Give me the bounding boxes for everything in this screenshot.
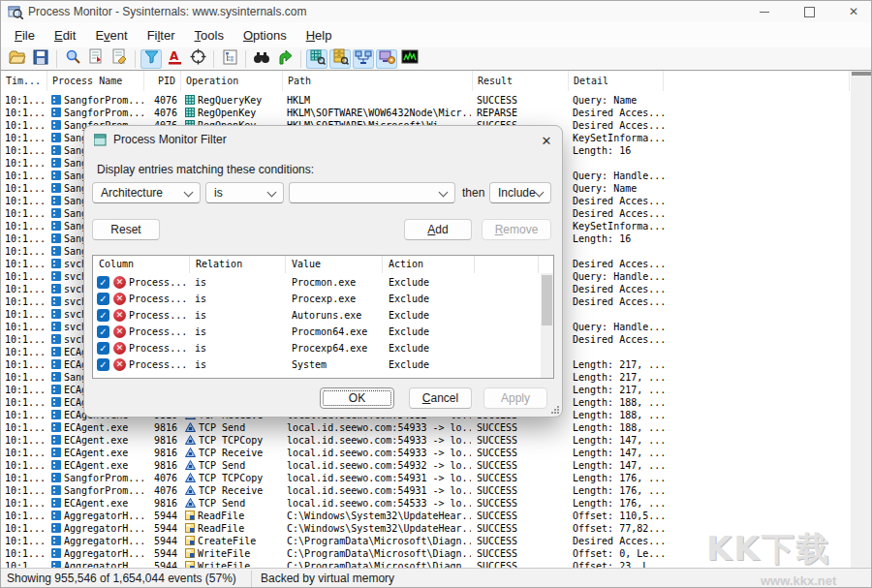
rule-checkbox[interactable]: ✓ [97, 342, 109, 355]
vertical-scrollbar[interactable] [851, 71, 872, 568]
filter-rule-row[interactable]: ✓✕Process...isAutoruns.exeExclude [93, 307, 539, 324]
event-time: 10:1... [5, 207, 47, 220]
event-time: 10:1... [5, 472, 47, 484]
filter-rules-list[interactable]: ColumnRelationValueAction✓✕Process...isP… [92, 255, 554, 379]
event-path: C:\ProgramData\Microsoft\Diagn... [287, 547, 471, 560]
maximize-button[interactable] [787, 1, 831, 22]
filter-column-header-relation[interactable]: Relation [190, 256, 286, 273]
menu-tools[interactable]: Tools [185, 25, 234, 46]
rule-checkbox[interactable]: ✓ [97, 325, 109, 338]
close-button[interactable]: ✕ [831, 1, 872, 22]
event-path: C:\ProgramData\Microsoft\Diagn... [287, 535, 471, 547]
menu-help[interactable]: Help [296, 25, 342, 46]
rule-checkbox[interactable]: ✓ [97, 293, 109, 305]
event-row[interactable]: 10:1...ECAgent.exe9816TCP Sendlocal.id.s… [1, 497, 850, 510]
column-dropdown-value: Architecture [101, 186, 163, 200]
action-dropdown[interactable]: Include [489, 182, 551, 203]
find-button[interactable] [251, 49, 272, 69]
column-header-pid[interactable]: PID [144, 71, 181, 91]
open-button[interactable] [7, 49, 28, 69]
filter-rule-row[interactable]: ✓✕Process...isProcexp.exeExclude [93, 291, 539, 307]
include-process-from-window-button[interactable] [187, 49, 208, 69]
toolbar-separator [135, 50, 136, 68]
event-row[interactable]: 10:1...ECAgent.exe9816TCP Receivelocal.i… [1, 447, 850, 459]
rule-checkbox[interactable]: ✓ [97, 309, 109, 322]
save-button[interactable] [30, 49, 51, 69]
event-time: 10:1... [5, 119, 47, 132]
then-label: then [462, 186, 484, 200]
column-header-path[interactable]: Path [283, 71, 473, 91]
event-row[interactable]: 10:1...AggregatorH...5944ReadFileC:\Wind… [1, 510, 850, 522]
menu-options[interactable]: Options [234, 25, 296, 46]
add-button[interactable]: Add [404, 219, 472, 240]
event-row[interactable]: 10:1...SangforProm...4076TCP TCPCopyloca… [1, 472, 850, 484]
filter-column-header-action[interactable]: Action [383, 256, 475, 273]
jump-to-button[interactable] [274, 49, 296, 69]
remove-button[interactable]: Remove [482, 219, 551, 240]
reset-button[interactable]: Reset [92, 219, 160, 240]
autoscroll-button[interactable] [85, 49, 107, 69]
app-icon [51, 561, 61, 568]
filter-button[interactable] [140, 49, 162, 69]
event-row[interactable]: 10:1...ECAgent.exe9816TCP TCPCopylocal.i… [1, 434, 850, 447]
scrollbar-thumb[interactable] [852, 72, 872, 76]
relation-dropdown-value: is [214, 186, 223, 200]
filter-column-header-blank[interactable] [475, 256, 539, 273]
menu-filter[interactable]: Filter [138, 25, 185, 46]
event-row[interactable]: 10:1...SangforProm...4076TCP Receiveloca… [1, 484, 850, 497]
event-time: 10:1... [5, 132, 47, 144]
column-header-blank[interactable] [664, 71, 850, 91]
column-header-operation[interactable]: Operation [181, 71, 283, 91]
focus-ring [323, 390, 391, 406]
show-network-activity-button[interactable] [353, 49, 374, 69]
event-path: HKLM\SOFTWARE\WOW6432Node\Micr... [287, 107, 471, 119]
show-registry-activity-button[interactable] [306, 49, 327, 69]
event-pid: 4076 [144, 107, 177, 119]
file-icon [185, 511, 195, 522]
minimize-button[interactable] [742, 1, 787, 22]
filter-rule-row[interactable]: ✓✕Process...isProcmon.exeExclude [93, 274, 539, 291]
column-header-detail[interactable]: Detail [569, 71, 664, 91]
filter-rule-row[interactable]: ✓✕Process...isSystemExclude [93, 356, 539, 373]
highlight-button[interactable]: A [164, 49, 185, 69]
event-row[interactable]: 10:1...ECAgent.exe9816TCP Sendlocal.id.s… [1, 459, 850, 472]
filter-column-header-column[interactable]: Column [93, 256, 190, 273]
relation-dropdown[interactable]: is [205, 182, 284, 203]
event-row[interactable]: 10:1...SangforProm...4076RegQueryKeyHKLM… [1, 94, 850, 107]
column-header-result[interactable]: Result [473, 71, 569, 91]
value-dropdown[interactable] [289, 182, 455, 203]
column-header-tim[interactable]: Tim... [1, 71, 47, 91]
resize-grip[interactable] [550, 405, 559, 414]
event-row[interactable]: 10:1...ECAgent.exe9816TCP Sendlocal.id.s… [1, 421, 850, 434]
ok-button[interactable]: OK [320, 387, 394, 409]
cancel-button[interactable]: Cancel [409, 387, 472, 409]
rule-checkbox[interactable]: ✓ [97, 276, 109, 289]
column-header-processname[interactable]: Process Name [47, 71, 144, 91]
show-profiling-events-button[interactable] [399, 49, 420, 69]
rule-checkbox[interactable]: ✓ [97, 358, 109, 371]
event-row[interactable]: 10:1...SangforProm...4076RegOpenKeyHKLM\… [1, 107, 850, 119]
filter-rule-row[interactable]: ✓✕Process...isProcmon64.exeExclude [93, 324, 539, 340]
filter-column-header-value[interactable]: Value [286, 256, 383, 273]
event-time: 10:1... [5, 447, 47, 459]
show-filesystem-activity-button[interactable] [329, 49, 351, 69]
rule-action: Exclude [389, 307, 471, 324]
capture-button[interactable] [62, 49, 83, 69]
menu-edit[interactable]: Edit [45, 25, 85, 46]
app-icon [51, 296, 61, 308]
event-result: SUCCESS [477, 510, 567, 522]
menu-event[interactable]: Event [85, 25, 137, 46]
column-dropdown[interactable]: Architecture [92, 182, 201, 203]
clear-button[interactable] [109, 49, 130, 69]
apply-button[interactable]: Apply [483, 387, 547, 409]
process-tree-button[interactable] [219, 49, 240, 69]
show-process-thread-activity-button[interactable] [376, 49, 397, 69]
filter-rule-row[interactable]: ✓✕Process...isProcexp64.exeExclude [93, 340, 539, 356]
toolbar-separator [213, 50, 214, 68]
event-time: 10:1... [5, 295, 47, 308]
event-time: 10:1... [5, 157, 47, 170]
filter-list-scrollbar[interactable] [541, 273, 553, 378]
scrollbar-thumb[interactable] [542, 275, 552, 325]
dialog-close-icon[interactable]: ✕ [538, 132, 555, 149]
menu-file[interactable]: File [5, 25, 45, 46]
